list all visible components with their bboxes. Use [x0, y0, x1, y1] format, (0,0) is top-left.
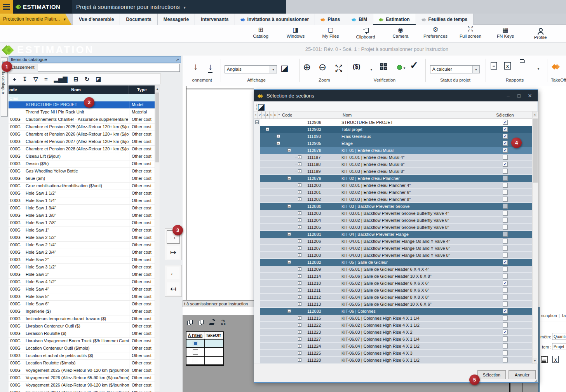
project-title-dropdown[interactable]: Projet à soumissionner pour instructions… [76, 0, 186, 14]
tab-description[interactable]: scription [541, 313, 557, 318]
column-header-code[interactable]: Code [282, 112, 292, 118]
minimize-icon[interactable] [503, 90, 514, 101]
cancel-button[interactable]: Annuler [509, 370, 536, 379]
selection-checkbox[interactable] [503, 308, 508, 314]
expander-icon[interactable]: + [298, 337, 301, 341]
section-row[interactable]: − 112883 KIT-06 | Colonnes [254, 308, 532, 315]
selection-checkbox[interactable] [503, 120, 508, 125]
takeoff-diamond-icon[interactable] [552, 63, 559, 70]
selection-checkbox[interactable] [503, 301, 508, 307]
currency-refresh-icon[interactable] [353, 63, 360, 70]
expander-icon[interactable]: + [298, 197, 301, 201]
main-tab[interactable]: BIM [346, 14, 373, 25]
section-row[interactable]: + 111197 KIT-01.01 | Entrée d'eau Mural … [254, 154, 532, 161]
section-row[interactable]: − 112906 STRUCTURE DE PROJET [254, 119, 532, 126]
expander-icon[interactable]: + [298, 330, 301, 334]
paste-icon[interactable] [198, 320, 203, 326]
section-row[interactable]: + 111222 KIT-06.02 | Colonnes High Rise … [254, 322, 532, 329]
main-tab[interactable]: Feuilles de temps [416, 14, 474, 25]
selection-checkbox[interactable] [503, 141, 508, 146]
image-icon[interactable]: ◪ [96, 76, 101, 82]
excel-icon[interactable] [552, 356, 559, 363]
expander-icon[interactable]: + [298, 218, 301, 222]
scroll-up-icon[interactable]: ▲ [155, 86, 160, 92]
section-row[interactable]: + 111202 KIT-02.03 | Entrée d'eau Planch… [254, 196, 532, 203]
catalog-row[interactable]: 000G Ingénierie ($) Other cost [9, 308, 155, 315]
selection-checkbox[interactable] [503, 190, 508, 195]
expander-icon[interactable]: + [298, 351, 301, 355]
selection-checkbox[interactable] [503, 134, 508, 139]
move-down-icon[interactable] [193, 61, 198, 72]
merge-icon[interactable]: = [44, 76, 48, 82]
expander-icon[interactable]: + [277, 134, 280, 138]
selection-checkbox[interactable] [503, 267, 508, 272]
parametre-dropdown[interactable]: Quanti [552, 333, 566, 340]
section-row[interactable]: + 111093 Frais Généraux [254, 133, 532, 140]
takeoff-row[interactable] [186, 340, 223, 348]
selection-checkbox[interactable] [503, 162, 508, 167]
catalog-row[interactable]: 000G Livraison Voyagement Boom Truck ($/… [9, 338, 155, 345]
validate-check-icon[interactable] [410, 59, 418, 71]
chart-icon[interactable]: ▂▅▇ [54, 76, 68, 82]
expander-icon[interactable]: + [298, 169, 301, 173]
project-status-dropdown[interactable]: À calculer [430, 65, 480, 73]
main-tab[interactable]: Estimation [373, 14, 416, 25]
selection-checkbox[interactable] [503, 260, 508, 265]
catalog-row[interactable]: 000G Hole Saw 1" Other cost [9, 227, 155, 234]
catalog-row[interactable]: 000G Ciseau Lift ($/jour) Other cost [9, 153, 155, 160]
add-icon[interactable]: + [13, 76, 16, 82]
selection-checkbox[interactable] [503, 218, 508, 223]
main-tab[interactable]: Intervenants [195, 14, 235, 25]
resize-grip[interactable] [535, 378, 537, 382]
column-header-takeoff[interactable]: TakeOff [204, 332, 222, 339]
catalog-row[interactable]: 000G Hole Saw 1 3/8" Other cost [9, 212, 155, 220]
copy-icon[interactable] [187, 320, 192, 326]
expander-icon[interactable]: + [298, 295, 301, 299]
move-left-button[interactable]: ← [167, 267, 179, 279]
takeoff-row[interactable] [186, 348, 223, 357]
dialog-title-bar[interactable]: Sélection de sections [254, 90, 538, 101]
catalog-row[interactable]: 000G Voyagement 2026 (Allez-Retour 90-12… [9, 382, 155, 389]
expander-icon[interactable]: − [277, 141, 280, 145]
catalog-row[interactable]: 000G Cautionnements Chantier - Assurance… [9, 116, 155, 124]
selection-checkbox[interactable] [503, 294, 508, 300]
selection-checkbox[interactable] [503, 197, 508, 202]
section-row[interactable]: − 112880 KIT-03 | Backflow Preventer Gro… [254, 203, 532, 210]
app-toolbar-button[interactable]: Profile [523, 26, 558, 40]
selection-button[interactable]: Sélection [477, 370, 506, 379]
selection-checkbox[interactable] [503, 225, 508, 230]
section-row[interactable]: − 112879 KIT-02 | Entrée d'eau Plancher [254, 175, 532, 182]
selection-checkbox[interactable] [503, 357, 508, 362]
selection-checkbox[interactable] [503, 287, 508, 293]
selection-checkbox[interactable] [503, 329, 508, 335]
scroll-down-icon[interactable]: ▼ [533, 358, 537, 364]
expander-icon[interactable]: + [298, 239, 301, 243]
zoom-out-icon[interactable] [319, 62, 326, 73]
expander-icon[interactable]: + [298, 274, 301, 278]
section-row[interactable]: + 111204 KIT-03.02 | Backflow Preventer … [254, 217, 532, 224]
selection-checkbox[interactable] [503, 127, 508, 132]
section-row[interactable]: − 112882 KIT-05 | Salle de Gicleur [254, 259, 532, 266]
section-row[interactable]: + 111228 KIT-06.08 | Colonnes High Rise … [254, 357, 532, 364]
display-image-icon[interactable] [280, 63, 289, 73]
expander-icon[interactable]: + [298, 190, 301, 194]
app-toolbar-button[interactable]: Clipboard [348, 26, 383, 40]
main-tab[interactable]: Plans [315, 14, 346, 25]
expander-icon[interactable]: − [287, 176, 291, 180]
section-row[interactable]: + 111203 KIT-03.01 | Backflow Preventer … [254, 210, 532, 217]
selection-checkbox[interactable] [503, 253, 508, 258]
level-button[interactable]: 5 [270, 112, 273, 118]
close-icon[interactable] [524, 90, 535, 101]
expander-icon[interactable]: + [298, 155, 301, 159]
column-header-type[interactable]: Type [129, 85, 155, 94]
expander-icon[interactable]: + [298, 316, 301, 320]
section-row[interactable]: + 111198 KIT-01.02 | Entrée d'eau Mural … [254, 161, 532, 168]
level-button[interactable]: 3 [262, 112, 266, 118]
selection-checkbox[interactable] [503, 204, 508, 209]
dialog-scrollbar[interactable]: ▲ ▼ [532, 112, 538, 364]
section-row[interactable]: + 111212 KIT-05.04 | Salle de Gicleur He… [254, 294, 532, 301]
clean-icon[interactable] [209, 319, 215, 326]
language-dropdown[interactable]: Anglais [225, 65, 277, 73]
report-document-icon[interactable] [491, 62, 497, 70]
hamburger-menu-button[interactable] [0, 0, 13, 14]
